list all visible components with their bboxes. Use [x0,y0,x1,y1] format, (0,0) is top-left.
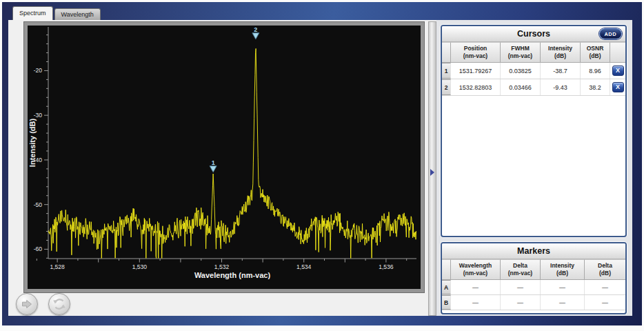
add-cursor-button[interactable]: ADD [599,28,622,39]
cursors-table-header: Position (nm-vac) FWHM (nm-vac) Intensit… [442,42,625,63]
refresh-circular-arrows-icon [52,297,67,312]
screen: Spectrum Wavelength -20-30-40-50-601,528… [0,0,644,331]
header-cell-intensity: Intensity (dB) [541,42,581,63]
cursor-triangle-marker-icon[interactable] [252,33,259,39]
marker-b-intensity-value: — [541,295,585,310]
marker-row-a-label[interactable]: A [442,280,451,294]
x-icon: X [616,84,620,90]
svg-text:Intensity (dB): Intensity (dB) [28,119,37,168]
cursor-row-1-number[interactable]: 1 [442,63,451,79]
header-cell-intensity: Intensity (dB) [541,259,585,280]
marker-b-delta-nm-value: — [501,295,541,310]
play-arrow-icon [20,297,34,311]
cursor-1-delete-cell: X [610,63,625,79]
single-acquisition-button[interactable] [16,293,38,315]
cursor-marker-label: 2 [254,26,257,33]
cursor-2-position-value: 1532.82803 [451,79,501,95]
header-cell-delta-db: Delta (dB) [585,259,625,280]
spectrum-chart[interactable]: -20-30-40-50-601,5281,5301,5321,5341,536… [28,26,421,289]
markers-panel-title: Markers [517,246,550,256]
marker-a-intensity-value: — [541,280,585,294]
header-cell-fwhm: FWHM (nm-vac) [501,42,541,63]
svg-text:1,534: 1,534 [296,263,312,270]
cursor-row-1[interactable]: 1 1531.79267 0.03825 -38.7 8.96 X [442,63,625,79]
marker-row-b-label[interactable]: B [442,295,451,310]
cursor-row-2-number[interactable]: 2 [442,79,451,95]
svg-text:1,536: 1,536 [379,263,394,270]
cursor-triangle-marker-icon[interactable] [210,166,217,172]
tab-bar: Spectrum Wavelength [12,6,102,20]
marker-b-wavelength-value: — [451,295,501,310]
spectrum-trace [48,48,416,258]
cursor-1-osnr-value: 8.96 [581,63,610,79]
svg-text:1,530: 1,530 [132,263,148,270]
svg-text:-20: -20 [34,67,43,74]
cursors-panel-title: Cursors [517,29,550,39]
marker-a-delta-nm-value: — [501,280,541,294]
cursors-panel-header: Cursors ADD [442,26,625,42]
header-cell-osnr: OSNR (dB) [581,42,610,63]
tab-spectrum[interactable]: Spectrum [12,6,53,20]
header-cell-blank [442,259,451,280]
content-area: -20-30-40-50-601,5281,5301,5321,5341,536… [8,20,632,316]
continuous-acquisition-button[interactable] [48,293,70,315]
markers-panel-header: Markers [442,243,625,259]
delete-cursor-1-button[interactable]: X [612,66,624,76]
svg-text:Wavelength (nm-vac): Wavelength (nm-vac) [194,271,271,279]
svg-text:-30: -30 [34,112,43,119]
delete-cursor-2-button[interactable]: X [612,82,624,92]
cursors-table: Position (nm-vac) FWHM (nm-vac) Intensit… [442,42,625,96]
markers-table-header: Wavelength (nm-vac) Delta (nm-vac) Inten… [442,259,625,280]
markers-panel: Markers Wavelength (nm-vac) Delta (nm-va… [441,242,627,314]
header-cell-delete [610,42,625,63]
header-cell-blank [442,42,451,63]
header-cell-wavelength: Wavelength (nm-vac) [451,259,501,280]
marker-row-a[interactable]: A — — — — [442,280,625,295]
cursor-2-intensity-value: -9.43 [541,79,581,95]
svg-text:-50: -50 [34,201,43,208]
cursor-1-fwhm-value: 0.03825 [501,63,541,79]
cursors-panel: Cursors ADD Position (nm-vac) FWHM (nm-v… [441,25,627,237]
header-cell-position: Position (nm-vac) [451,42,501,63]
marker-row-b[interactable]: B — — — — [442,295,625,310]
marker-a-delta-db-value: — [585,280,625,294]
cursor-2-delete-cell: X [610,79,625,95]
marker-a-wavelength-value: — [451,280,501,294]
cursor-1-position-value: 1531.79267 [451,63,501,79]
svg-text:1,528: 1,528 [50,263,65,270]
svg-text:-60: -60 [34,245,43,252]
collapse-panel-arrow-icon[interactable] [430,169,434,176]
cursor-1-intensity-value: -38.7 [541,63,581,79]
spectrum-analyzer-window: Spectrum Wavelength -20-30-40-50-601,528… [2,2,642,325]
tab-wavelength[interactable]: Wavelength [54,8,101,20]
cursor-row-2[interactable]: 2 1532.82803 0.03466 -9.43 38.2 X [442,79,625,96]
spectrum-plot-area[interactable]: -20-30-40-50-601,5281,5301,5321,5341,536… [28,26,421,289]
markers-table: Wavelength (nm-vac) Delta (nm-vac) Inten… [442,259,625,310]
x-icon: X [616,68,620,74]
cursor-2-fwhm-value: 0.03466 [501,79,541,95]
plot-frame: -20-30-40-50-601,5281,5301,5321,5341,536… [23,21,425,293]
cursor-marker-label: 1 [212,159,215,166]
header-cell-delta-nm: Delta (nm-vac) [501,259,541,280]
svg-text:1,532: 1,532 [214,263,230,270]
panel-splitter[interactable] [428,21,436,316]
marker-b-delta-db-value: — [585,295,625,310]
cursor-2-osnr-value: 38.2 [581,79,610,95]
